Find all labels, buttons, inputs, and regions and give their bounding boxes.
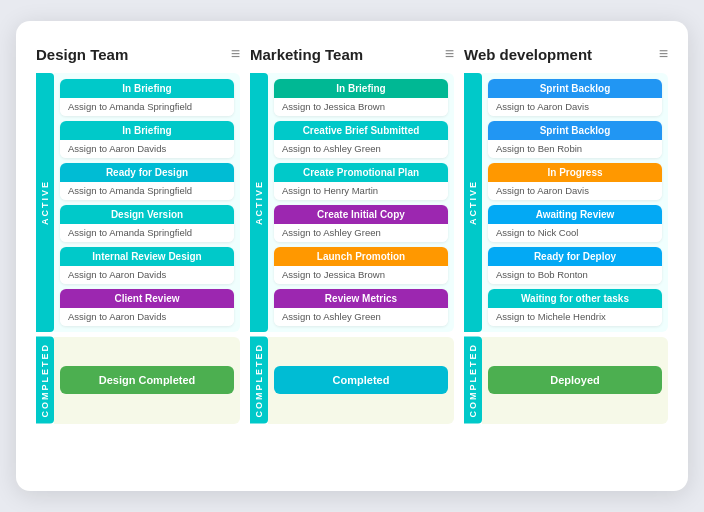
- task-card-header-web-development-5: Waiting for other tasks: [488, 289, 662, 308]
- task-card-web-development-3[interactable]: Awaiting ReviewAssign to Nick Cool: [488, 205, 662, 242]
- active-section-design-team: ACTIVEIn BriefingAssign to Amanda Spring…: [36, 73, 240, 332]
- task-card-header-design-team-0: In Briefing: [60, 79, 234, 98]
- task-card-header-web-development-2: In Progress: [488, 163, 662, 182]
- completed-cards-marketing-team: Completed: [268, 337, 454, 424]
- task-card-body-web-development-4: Assign to Bob Ronton: [488, 266, 662, 284]
- task-card-design-team-0[interactable]: In BriefingAssign to Amanda Springfield: [60, 79, 234, 116]
- column-web-development: Web development≡ACTIVESprint BacklogAssi…: [464, 45, 668, 424]
- task-card-body-web-development-5: Assign to Michele Hendrix: [488, 308, 662, 326]
- completed-card-marketing-team[interactable]: Completed: [274, 366, 448, 394]
- column-menu-icon-marketing-team[interactable]: ≡: [445, 45, 454, 63]
- task-card-body-design-team-2: Assign to Amanda Springfield: [60, 182, 234, 200]
- completed-cards-web-development: Deployed: [482, 337, 668, 424]
- task-card-marketing-team-3[interactable]: Create Initial CopyAssign to Ashley Gree…: [274, 205, 448, 242]
- task-card-web-development-0[interactable]: Sprint BacklogAssign to Aaron Davis: [488, 79, 662, 116]
- completed-card-design-team[interactable]: Design Completed: [60, 366, 234, 394]
- task-card-header-web-development-1: Sprint Backlog: [488, 121, 662, 140]
- task-card-header-design-team-3: Design Version: [60, 205, 234, 224]
- completed-section-marketing-team: COMPLETEDCompleted: [250, 337, 454, 424]
- task-card-header-design-team-1: In Briefing: [60, 121, 234, 140]
- completed-cards-design-team: Design Completed: [54, 337, 240, 424]
- task-card-marketing-team-2[interactable]: Create Promotional PlanAssign to Henry M…: [274, 163, 448, 200]
- column-title-marketing-team: Marketing Team: [250, 46, 363, 63]
- column-header-marketing-team: Marketing Team≡: [250, 45, 454, 63]
- task-card-body-design-team-5: Assign to Aaron Davids: [60, 308, 234, 326]
- task-card-body-design-team-0: Assign to Amanda Springfield: [60, 98, 234, 116]
- task-card-header-web-development-4: Ready for Deploy: [488, 247, 662, 266]
- main-card: Design Team≡ACTIVEIn BriefingAssign to A…: [16, 21, 688, 491]
- task-card-design-team-3[interactable]: Design VersionAssign to Amanda Springfie…: [60, 205, 234, 242]
- task-card-header-design-team-2: Ready for Design: [60, 163, 234, 182]
- completed-card-web-development[interactable]: Deployed: [488, 366, 662, 394]
- task-card-marketing-team-5[interactable]: Review MetricsAssign to Ashley Green: [274, 289, 448, 326]
- column-menu-icon-web-development[interactable]: ≡: [659, 45, 668, 63]
- column-menu-icon-design-team[interactable]: ≡: [231, 45, 240, 63]
- completed-section-design-team: COMPLETEDDesign Completed: [36, 337, 240, 424]
- task-card-header-marketing-team-3: Create Initial Copy: [274, 205, 448, 224]
- task-card-design-team-2[interactable]: Ready for DesignAssign to Amanda Springf…: [60, 163, 234, 200]
- task-card-web-development-4[interactable]: Ready for DeployAssign to Bob Ronton: [488, 247, 662, 284]
- column-design-team: Design Team≡ACTIVEIn BriefingAssign to A…: [36, 45, 240, 424]
- column-header-design-team: Design Team≡: [36, 45, 240, 63]
- active-label-design-team: ACTIVE: [36, 73, 54, 332]
- task-card-body-marketing-team-5: Assign to Ashley Green: [274, 308, 448, 326]
- task-card-body-design-team-3: Assign to Amanda Springfield: [60, 224, 234, 242]
- task-card-header-marketing-team-4: Launch Promotion: [274, 247, 448, 266]
- task-card-header-marketing-team-2: Create Promotional Plan: [274, 163, 448, 182]
- completed-label-marketing-team: COMPLETED: [250, 337, 268, 424]
- task-card-marketing-team-4[interactable]: Launch PromotionAssign to Jessica Brown: [274, 247, 448, 284]
- cards-section-web-development: Sprint BacklogAssign to Aaron DavisSprin…: [482, 73, 668, 332]
- task-card-body-web-development-1: Assign to Ben Robin: [488, 140, 662, 158]
- task-card-header-web-development-0: Sprint Backlog: [488, 79, 662, 98]
- column-title-web-development: Web development: [464, 46, 592, 63]
- active-label-marketing-team: ACTIVE: [250, 73, 268, 332]
- column-header-web-development: Web development≡: [464, 45, 668, 63]
- task-card-header-design-team-5: Client Review: [60, 289, 234, 308]
- task-card-body-web-development-3: Assign to Nick Cool: [488, 224, 662, 242]
- column-title-design-team: Design Team: [36, 46, 128, 63]
- task-card-body-web-development-0: Assign to Aaron Davis: [488, 98, 662, 116]
- task-card-body-web-development-2: Assign to Aaron Davis: [488, 182, 662, 200]
- columns-wrapper: Design Team≡ACTIVEIn BriefingAssign to A…: [36, 45, 668, 424]
- task-card-body-design-team-1: Assign to Aaron Davids: [60, 140, 234, 158]
- completed-label-web-development: COMPLETED: [464, 337, 482, 424]
- task-card-web-development-5[interactable]: Waiting for other tasksAssign to Michele…: [488, 289, 662, 326]
- completed-section-web-development: COMPLETEDDeployed: [464, 337, 668, 424]
- task-card-header-marketing-team-0: In Briefing: [274, 79, 448, 98]
- task-card-design-team-5[interactable]: Client ReviewAssign to Aaron Davids: [60, 289, 234, 326]
- task-card-body-marketing-team-0: Assign to Jessica Brown: [274, 98, 448, 116]
- active-label-web-development: ACTIVE: [464, 73, 482, 332]
- cards-section-design-team: In BriefingAssign to Amanda SpringfieldI…: [54, 73, 240, 332]
- column-marketing-team: Marketing Team≡ACTIVEIn BriefingAssign t…: [250, 45, 454, 424]
- completed-label-design-team: COMPLETED: [36, 337, 54, 424]
- task-card-body-marketing-team-2: Assign to Henry Martin: [274, 182, 448, 200]
- active-section-marketing-team: ACTIVEIn BriefingAssign to Jessica Brown…: [250, 73, 454, 332]
- task-card-body-marketing-team-4: Assign to Jessica Brown: [274, 266, 448, 284]
- task-card-web-development-2[interactable]: In ProgressAssign to Aaron Davis: [488, 163, 662, 200]
- task-card-header-marketing-team-1: Creative Brief Submitted: [274, 121, 448, 140]
- active-section-web-development: ACTIVESprint BacklogAssign to Aaron Davi…: [464, 73, 668, 332]
- cards-section-marketing-team: In BriefingAssign to Jessica BrownCreati…: [268, 73, 454, 332]
- task-card-header-design-team-4: Internal Review Design: [60, 247, 234, 266]
- task-card-header-web-development-3: Awaiting Review: [488, 205, 662, 224]
- task-card-body-marketing-team-3: Assign to Ashley Green: [274, 224, 448, 242]
- task-card-header-marketing-team-5: Review Metrics: [274, 289, 448, 308]
- task-card-web-development-1[interactable]: Sprint BacklogAssign to Ben Robin: [488, 121, 662, 158]
- task-card-design-team-1[interactable]: In BriefingAssign to Aaron Davids: [60, 121, 234, 158]
- task-card-marketing-team-1[interactable]: Creative Brief SubmittedAssign to Ashley…: [274, 121, 448, 158]
- task-card-body-marketing-team-1: Assign to Ashley Green: [274, 140, 448, 158]
- task-card-marketing-team-0[interactable]: In BriefingAssign to Jessica Brown: [274, 79, 448, 116]
- task-card-design-team-4[interactable]: Internal Review DesignAssign to Aaron Da…: [60, 247, 234, 284]
- task-card-body-design-team-4: Assign to Aaron Davids: [60, 266, 234, 284]
